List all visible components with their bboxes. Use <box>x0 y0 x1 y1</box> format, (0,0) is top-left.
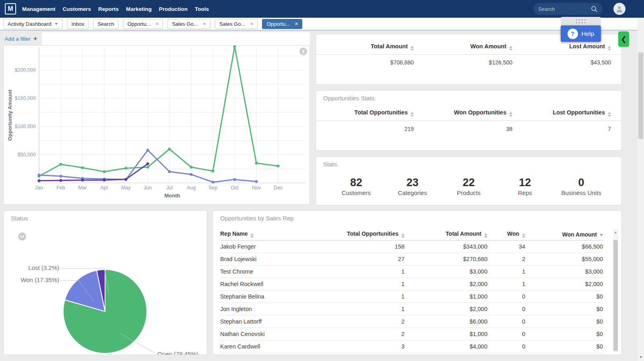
nav-item-tools[interactable]: Tools <box>191 6 213 12</box>
column-header-label: Won Opportunities <box>454 109 506 116</box>
tab-close-icon[interactable]: × <box>250 21 253 27</box>
chevron-down-circle-icon[interactable] <box>18 232 26 241</box>
sort-up-arrow <box>608 112 611 114</box>
page-scrollbar-thumb[interactable] <box>638 52 643 139</box>
table-row[interactable]: Jon Ingleton1$2,0000$0 <box>220 303 603 315</box>
column-header-label: Total Opportunities <box>347 230 398 237</box>
value-total-amount: $708,880 <box>321 59 419 66</box>
tab-activity-dashboard[interactable]: Activity Dashboard <box>3 19 62 29</box>
cell-won-amount: $0 <box>525 318 603 325</box>
drag-handle[interactable] <box>561 17 601 25</box>
tab-sales-go[interactable]: Sales Go...× <box>167 19 211 29</box>
sort-icon[interactable] <box>608 112 611 117</box>
sort-up-arrow <box>608 46 611 48</box>
column-header-total-amount[interactable]: Total Amount <box>405 230 487 238</box>
svg-text:Feb: Feb <box>56 185 65 191</box>
column-header-won-amount[interactable]: Won Amount <box>419 43 518 51</box>
cell-rep-name: Nathan Cenovski <box>220 331 288 337</box>
stat-business-units: 0Business Units <box>553 177 609 196</box>
svg-text:Jun: Jun <box>144 185 152 191</box>
column-header-rep-name[interactable]: Rep Name <box>220 230 288 238</box>
cell-won-amount: $0 <box>525 331 603 337</box>
stat-products: 22Products <box>441 177 497 196</box>
search-box[interactable] <box>533 3 603 15</box>
table-scrollbar[interactable]: ▲ <box>613 229 618 352</box>
search-input[interactable] <box>538 6 591 12</box>
tab-sales-go[interactable]: Sales Go...× <box>215 19 258 29</box>
tab-close-icon[interactable]: × <box>203 21 206 27</box>
opportunities-stats-card: Opportunities Stats. Total Opportunities… <box>316 90 622 151</box>
value-lost-amount: $43,500 <box>518 59 617 66</box>
column-header-total-opportunities[interactable]: Total Opportunities <box>321 109 419 117</box>
sort-icon[interactable] <box>411 112 414 117</box>
sort-icon[interactable] <box>608 46 611 51</box>
sort-down-arrow <box>411 49 414 51</box>
page-scrollbar[interactable]: ▾ <box>638 18 644 361</box>
column-header-label: Total Amount <box>446 230 481 237</box>
collapse-sidebar-button[interactable]: ❮ <box>618 31 629 47</box>
sort-icon[interactable] <box>509 112 512 117</box>
column-header-total-opportunities[interactable]: Total Opportunities <box>288 230 405 238</box>
user-avatar[interactable] <box>613 3 625 15</box>
app-logo[interactable]: M <box>5 3 16 15</box>
nav-item-reports[interactable]: Reports <box>95 6 122 12</box>
scrollbar-thumb[interactable] <box>613 240 618 351</box>
collapse-panel-icon[interactable] <box>299 48 307 55</box>
sort-icon[interactable] <box>484 233 487 238</box>
column-header-won-amount[interactable]: Won Amount <box>525 231 603 238</box>
tab-opportu[interactable]: Opportu...× <box>262 19 302 29</box>
scroll-up-icon[interactable]: ▲ <box>613 229 618 235</box>
column-header-lost-amount[interactable]: Lost Amount <box>518 43 617 51</box>
sort-icon[interactable] <box>411 46 414 51</box>
tab-search[interactable]: Search <box>93 19 118 29</box>
column-header-won-opportunities[interactable]: Won Opportunities <box>419 109 518 117</box>
panel-title: Status <box>11 215 28 222</box>
sort-icon[interactable] <box>401 233 405 238</box>
cell-won: 0 <box>487 318 525 325</box>
table-row[interactable]: Rachel Rockwell1$2,0001$2,000 <box>220 278 603 290</box>
grip-dots-icon <box>575 19 586 24</box>
svg-text:Apr: Apr <box>100 185 108 191</box>
svg-text:Nov: Nov <box>252 185 261 191</box>
nav-item-production[interactable]: Production <box>155 6 191 12</box>
stat-label: Categories <box>384 189 441 196</box>
panel-title: Stats. <box>323 161 339 168</box>
tab-inbox[interactable]: Inbox <box>67 19 89 29</box>
cell-won: 1 <box>487 281 525 287</box>
table-row[interactable]: Brad Lojewski27$270,6802$55,000 <box>220 253 603 266</box>
help-button[interactable]: ? Help <box>561 25 601 42</box>
search-icon[interactable] <box>591 6 598 12</box>
tab-close-icon[interactable]: × <box>295 21 298 27</box>
table-row[interactable]: Stephanie Belina1$1,0000$0 <box>220 290 603 303</box>
sort-icon[interactable] <box>250 233 254 238</box>
tab-opportu[interactable]: Opportu...× <box>123 19 163 29</box>
nav-item-marketing[interactable]: Marketing <box>122 6 155 12</box>
column-header-won[interactable]: Won <box>487 230 525 238</box>
nav-item-customers[interactable]: Customers <box>59 6 95 12</box>
tab-label: Inbox <box>71 21 84 27</box>
column-header-total-amount[interactable]: Total Amount <box>321 43 419 51</box>
svg-text:Sep: Sep <box>208 185 217 191</box>
sales-rep-table: Rep NameTotal OpportunitiesTotal AmountW… <box>220 228 603 353</box>
tab-label: Search <box>97 21 114 27</box>
table-row[interactable]: Karen Cardwell3$4,0000$0 <box>220 340 603 353</box>
column-header-label: Lost Opportunities <box>553 109 605 116</box>
sort-icon[interactable] <box>600 234 603 236</box>
nav-item-management[interactable]: Management <box>19 6 59 12</box>
table-row[interactable]: Stephan Lattorff2$6,0000$0 <box>220 315 603 328</box>
cell-rep-name: Brad Lojewski <box>220 256 288 262</box>
column-header-lost-opportunities[interactable]: Lost Opportunities <box>518 109 617 117</box>
sort-icon[interactable] <box>522 233 525 238</box>
cell-rep-name: Jon Ingleton <box>220 306 288 312</box>
scroll-down-icon[interactable]: ▾ <box>638 355 644 359</box>
sort-icon[interactable] <box>509 46 512 51</box>
value-won-amount: $126,500 <box>419 59 518 66</box>
table-row[interactable]: Jakob Fenger158$343,00034$66,500 <box>220 241 603 253</box>
stat-label: Reps <box>497 189 553 196</box>
cell-total-opportunities: 2 <box>288 318 405 325</box>
tab-close-icon[interactable]: × <box>155 21 159 27</box>
table-row[interactable]: Test Chrome1$3,0001$3,000 <box>220 266 603 278</box>
value-lost-opportunities: 7 <box>518 126 617 132</box>
add-filter-button[interactable]: Add a filter + <box>0 32 42 45</box>
table-row[interactable]: Nathan Cenovski2$1,0000$0 <box>220 328 603 340</box>
